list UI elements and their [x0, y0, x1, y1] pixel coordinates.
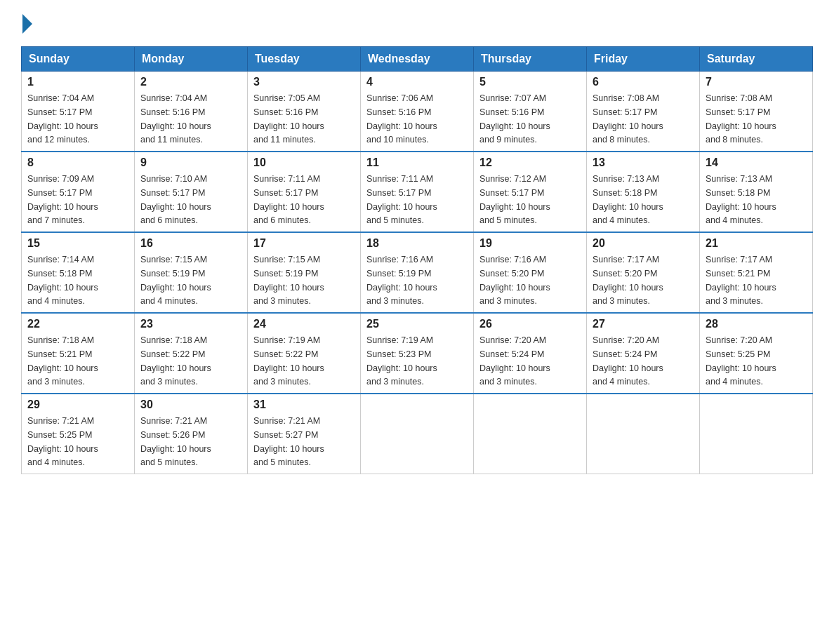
calendar-cell: 2Sunrise: 7:04 AMSunset: 5:16 PMDaylight…	[135, 72, 248, 152]
calendar-week-4: 22Sunrise: 7:18 AMSunset: 5:21 PMDayligh…	[22, 313, 813, 394]
day-info: Sunrise: 7:18 AMSunset: 5:22 PMDaylight:…	[140, 335, 211, 387]
day-info: Sunrise: 7:14 AMSunset: 5:18 PMDaylight:…	[27, 255, 98, 306]
day-info: Sunrise: 7:06 AMSunset: 5:16 PMDaylight:…	[366, 93, 437, 145]
calendar-cell: 1Sunrise: 7:04 AMSunset: 5:17 PMDaylight…	[22, 72, 135, 152]
calendar-cell	[361, 394, 474, 474]
day-info: Sunrise: 7:17 AMSunset: 5:20 PMDaylight:…	[593, 255, 663, 306]
day-info: Sunrise: 7:05 AMSunset: 5:16 PMDaylight:…	[253, 93, 324, 145]
day-info: Sunrise: 7:18 AMSunset: 5:21 PMDaylight:…	[27, 335, 98, 387]
calendar-cell: 20Sunrise: 7:17 AMSunset: 5:20 PMDayligh…	[587, 232, 700, 313]
calendar-cell: 30Sunrise: 7:21 AMSunset: 5:26 PMDayligh…	[135, 394, 248, 474]
calendar-cell: 3Sunrise: 7:05 AMSunset: 5:16 PMDaylight…	[248, 72, 361, 152]
calendar-header-row: SundayMondayTuesdayWednesdayThursdayFrid…	[22, 47, 813, 72]
calendar-cell: 29Sunrise: 7:21 AMSunset: 5:25 PMDayligh…	[22, 394, 135, 474]
calendar-cell: 15Sunrise: 7:14 AMSunset: 5:18 PMDayligh…	[22, 232, 135, 313]
day-number: 10	[253, 156, 355, 169]
logo	[21, 14, 34, 34]
day-info: Sunrise: 7:19 AMSunset: 5:23 PMDaylight:…	[366, 335, 437, 387]
day-info: Sunrise: 7:04 AMSunset: 5:16 PMDaylight:…	[140, 93, 211, 145]
calendar-cell: 31Sunrise: 7:21 AMSunset: 5:27 PMDayligh…	[248, 394, 361, 474]
day-info: Sunrise: 7:08 AMSunset: 5:17 PMDaylight:…	[706, 93, 776, 145]
day-info: Sunrise: 7:21 AMSunset: 5:27 PMDaylight:…	[253, 416, 324, 467]
day-number: 23	[140, 318, 241, 330]
day-info: Sunrise: 7:09 AMSunset: 5:17 PMDaylight:…	[27, 174, 98, 225]
day-number: 16	[140, 237, 241, 250]
col-header-sunday: Sunday	[22, 47, 135, 72]
day-number: 21	[706, 237, 807, 250]
calendar-cell: 19Sunrise: 7:16 AMSunset: 5:20 PMDayligh…	[474, 232, 587, 313]
day-info: Sunrise: 7:17 AMSunset: 5:21 PMDaylight:…	[706, 255, 776, 306]
day-number: 19	[479, 237, 581, 250]
calendar-cell: 13Sunrise: 7:13 AMSunset: 5:18 PMDayligh…	[587, 152, 700, 232]
day-number: 14	[706, 156, 807, 169]
calendar-cell: 27Sunrise: 7:20 AMSunset: 5:24 PMDayligh…	[587, 313, 700, 394]
day-number: 27	[593, 318, 694, 330]
calendar-cell: 22Sunrise: 7:18 AMSunset: 5:21 PMDayligh…	[22, 313, 135, 394]
calendar-cell: 18Sunrise: 7:16 AMSunset: 5:19 PMDayligh…	[361, 232, 474, 313]
calendar-cell	[474, 394, 587, 474]
day-info: Sunrise: 7:15 AMSunset: 5:19 PMDaylight:…	[140, 255, 211, 306]
col-header-saturday: Saturday	[700, 47, 813, 72]
calendar-cell: 16Sunrise: 7:15 AMSunset: 5:19 PMDayligh…	[135, 232, 248, 313]
day-info: Sunrise: 7:13 AMSunset: 5:18 PMDaylight:…	[593, 174, 663, 225]
day-info: Sunrise: 7:10 AMSunset: 5:17 PMDaylight:…	[140, 174, 211, 225]
day-number: 7	[706, 76, 807, 88]
day-number: 22	[27, 318, 128, 330]
day-info: Sunrise: 7:16 AMSunset: 5:19 PMDaylight:…	[366, 255, 437, 306]
calendar-week-2: 8Sunrise: 7:09 AMSunset: 5:17 PMDaylight…	[22, 152, 813, 232]
day-number: 29	[27, 398, 128, 411]
day-info: Sunrise: 7:20 AMSunset: 5:24 PMDaylight:…	[479, 335, 550, 387]
calendar-week-1: 1Sunrise: 7:04 AMSunset: 5:17 PMDaylight…	[22, 72, 813, 152]
day-number: 5	[479, 76, 581, 88]
day-info: Sunrise: 7:12 AMSunset: 5:17 PMDaylight:…	[479, 174, 550, 225]
day-number: 15	[27, 237, 128, 250]
day-info: Sunrise: 7:16 AMSunset: 5:20 PMDaylight:…	[479, 255, 550, 306]
calendar-cell: 10Sunrise: 7:11 AMSunset: 5:17 PMDayligh…	[248, 152, 361, 232]
day-number: 25	[366, 318, 468, 330]
day-number: 12	[479, 156, 581, 169]
calendar-cell	[700, 394, 813, 474]
calendar-cell: 6Sunrise: 7:08 AMSunset: 5:17 PMDaylight…	[587, 72, 700, 152]
day-number: 24	[253, 318, 355, 330]
calendar-cell: 5Sunrise: 7:07 AMSunset: 5:16 PMDaylight…	[474, 72, 587, 152]
calendar-week-3: 15Sunrise: 7:14 AMSunset: 5:18 PMDayligh…	[22, 232, 813, 313]
day-number: 6	[593, 76, 694, 88]
day-number: 20	[593, 237, 694, 250]
day-info: Sunrise: 7:20 AMSunset: 5:25 PMDaylight:…	[706, 335, 776, 387]
day-number: 2	[140, 76, 241, 88]
calendar-cell: 14Sunrise: 7:13 AMSunset: 5:18 PMDayligh…	[700, 152, 813, 232]
day-info: Sunrise: 7:21 AMSunset: 5:25 PMDaylight:…	[27, 416, 98, 467]
day-number: 3	[253, 76, 355, 88]
day-info: Sunrise: 7:13 AMSunset: 5:18 PMDaylight:…	[706, 174, 776, 225]
day-number: 26	[479, 318, 581, 330]
day-number: 18	[366, 237, 468, 250]
calendar-cell: 24Sunrise: 7:19 AMSunset: 5:22 PMDayligh…	[248, 313, 361, 394]
day-info: Sunrise: 7:11 AMSunset: 5:17 PMDaylight:…	[253, 174, 324, 225]
day-number: 8	[27, 156, 128, 169]
day-info: Sunrise: 7:19 AMSunset: 5:22 PMDaylight:…	[253, 335, 324, 387]
col-header-monday: Monday	[135, 47, 248, 72]
logo-arrow-icon	[22, 14, 32, 34]
day-info: Sunrise: 7:20 AMSunset: 5:24 PMDaylight:…	[593, 335, 663, 387]
calendar-cell: 12Sunrise: 7:12 AMSunset: 5:17 PMDayligh…	[474, 152, 587, 232]
calendar-cell: 8Sunrise: 7:09 AMSunset: 5:17 PMDaylight…	[22, 152, 135, 232]
day-info: Sunrise: 7:08 AMSunset: 5:17 PMDaylight:…	[593, 93, 663, 145]
day-info: Sunrise: 7:07 AMSunset: 5:16 PMDaylight:…	[479, 93, 550, 145]
day-number: 17	[253, 237, 355, 250]
col-header-wednesday: Wednesday	[361, 47, 474, 72]
day-number: 1	[27, 76, 128, 88]
day-info: Sunrise: 7:11 AMSunset: 5:17 PMDaylight:…	[366, 174, 437, 225]
calendar-cell: 7Sunrise: 7:08 AMSunset: 5:17 PMDaylight…	[700, 72, 813, 152]
day-number: 13	[593, 156, 694, 169]
col-header-tuesday: Tuesday	[248, 47, 361, 72]
calendar-table: SundayMondayTuesdayWednesdayThursdayFrid…	[21, 46, 813, 474]
day-number: 28	[706, 318, 807, 330]
calendar-cell: 23Sunrise: 7:18 AMSunset: 5:22 PMDayligh…	[135, 313, 248, 394]
day-number: 4	[366, 76, 468, 88]
day-info: Sunrise: 7:04 AMSunset: 5:17 PMDaylight:…	[27, 93, 98, 145]
calendar-cell: 17Sunrise: 7:15 AMSunset: 5:19 PMDayligh…	[248, 232, 361, 313]
day-number: 30	[140, 398, 241, 411]
calendar-week-5: 29Sunrise: 7:21 AMSunset: 5:25 PMDayligh…	[22, 394, 813, 474]
calendar-cell: 4Sunrise: 7:06 AMSunset: 5:16 PMDaylight…	[361, 72, 474, 152]
day-info: Sunrise: 7:15 AMSunset: 5:19 PMDaylight:…	[253, 255, 324, 306]
